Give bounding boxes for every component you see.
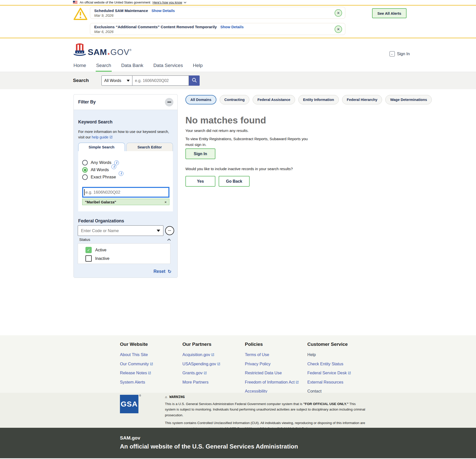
keyword-tabs: Simple Search Search Editor — [78, 143, 173, 151]
external-link-icon — [204, 371, 207, 375]
nav-item-help[interactable]: Help — [192, 63, 203, 72]
domain-tab-federal-assistance[interactable]: Federal Assistance — [253, 95, 295, 104]
minus-icon — [167, 102, 171, 102]
us-flag-icon — [73, 1, 77, 4]
footer-heading: Our Website — [120, 342, 185, 347]
nav-item-home[interactable]: Home — [73, 63, 87, 72]
footer-link[interactable]: Help — [307, 352, 372, 357]
sign-in-button[interactable]: Sign In — [185, 148, 215, 159]
see-all-alerts-button[interactable]: See All Alerts — [372, 8, 407, 18]
filter-panel-header: Filter By — [74, 94, 177, 110]
keyword-search-heading: Keyword Search — [78, 119, 112, 125]
info-icon[interactable]: i — [111, 164, 116, 169]
info-icon[interactable]: i — [114, 160, 119, 165]
footer-link[interactable]: Freedom of Information Act — [245, 380, 310, 385]
global-search-input[interactable] — [132, 75, 189, 86]
domain-tab-federal-hierarchy[interactable]: Federal Hierarchy — [342, 95, 382, 104]
search-icon — [192, 77, 197, 84]
domain-tab-entity-information[interactable]: Entity Information — [298, 95, 339, 104]
nav-item-data-services[interactable]: Data Services — [153, 63, 183, 72]
header-sign-in[interactable]: ← Sign In — [390, 51, 410, 56]
no-matches-title: No matches found — [185, 115, 266, 126]
alert-title: Scheduled SAM Maintenance — [94, 8, 148, 13]
footer-column-policies: Policies Terms of Use Privacy Policy Res… — [245, 342, 310, 398]
tab-simple-search[interactable]: Simple Search — [78, 143, 125, 151]
domain-tab-all-domains[interactable]: All Domains — [185, 95, 216, 104]
warning-paragraph-1: This is a U.S. General Services Administ… — [165, 401, 366, 418]
alert-card: Exclusions “Additional Comments” Content… — [90, 23, 345, 35]
go-back-button[interactable]: Go Back — [219, 176, 250, 187]
warning-icon: ⚠ — [165, 395, 167, 399]
alert-date: Mar 9, 2026 — [94, 13, 332, 17]
radio-row-all-words: All Words i — [82, 167, 169, 173]
footer-link[interactable]: Restricted Data Use — [245, 371, 310, 375]
footer-link[interactable]: Grants.gov — [182, 371, 247, 375]
site-header: ★ ★ ★ SAM★GOV® ← Sign In Home Search Dat… — [0, 38, 476, 72]
all-words-radio[interactable] — [82, 167, 88, 173]
sam-gov-page: An official website of the United States… — [0, 0, 476, 459]
footer-link[interactable]: Check Entity Status — [307, 362, 372, 366]
close-alert-button[interactable]: × — [335, 25, 342, 33]
caret-down-icon — [157, 230, 160, 232]
star-icon: ★ — [107, 52, 110, 55]
show-details-link[interactable]: Show Details — [151, 8, 175, 13]
footer-link[interactable]: USASpending.gov — [182, 362, 247, 366]
footer-link[interactable]: Release Notes — [120, 371, 185, 375]
keyword-search-input[interactable] — [82, 187, 169, 198]
footer-link[interactable]: Terms of Use — [245, 352, 310, 357]
external-link-icon — [148, 371, 151, 375]
exact-phrase-radio[interactable] — [82, 174, 88, 180]
remove-chip-icon[interactable]: × — [164, 200, 167, 204]
main-nav: Home Search Data Bank Data Services Help — [73, 63, 203, 72]
external-link-icon — [109, 135, 113, 139]
footer-link[interactable]: Privacy Policy — [245, 362, 310, 366]
footer-link[interactable]: Acquisition.gov — [182, 352, 247, 357]
search-mode-select[interactable]: All Words — [101, 75, 132, 86]
status-option-inactive: Inactive — [85, 255, 170, 262]
reset-filters[interactable]: Reset ↻ — [153, 269, 171, 274]
inactive-checkbox[interactable] — [85, 255, 92, 262]
nav-item-data-bank[interactable]: Data Bank — [121, 63, 144, 72]
tab-search-editor[interactable]: Search Editor — [126, 143, 173, 151]
gov-banner: An official website of the United States… — [0, 0, 476, 5]
active-checkbox[interactable]: ✓ — [85, 247, 92, 253]
caret-down-icon — [127, 80, 130, 82]
close-alert-button[interactable]: × — [335, 9, 342, 17]
heres-how-you-know-link[interactable]: Here's how you know — [153, 1, 182, 4]
keyword-help-text: For more information on how to use our k… — [78, 129, 173, 140]
logo-text: SAM★GOV® — [88, 48, 131, 58]
status-section-header[interactable]: Status — [79, 237, 171, 242]
svg-text:★: ★ — [79, 51, 81, 53]
footer-link[interactable]: Our Community — [120, 362, 185, 366]
footer-link[interactable]: About This Site — [120, 352, 185, 357]
identifier-footer: SAM.gov An official website of the U.S. … — [0, 428, 476, 458]
footer-heading: Policies — [245, 342, 310, 347]
show-details-link[interactable]: Show Details — [220, 25, 244, 29]
footer-link[interactable]: More Partners — [182, 380, 247, 385]
sam-gov-logo[interactable]: ★ ★ ★ SAM★GOV® — [73, 43, 131, 58]
collapse-filters-button[interactable] — [165, 98, 173, 106]
domain-tab-wage-determinations[interactable]: Wage Determinations — [385, 95, 432, 104]
search-submit-button[interactable] — [189, 75, 200, 86]
nav-item-search[interactable]: Search — [96, 63, 112, 72]
domain-tab-contracting[interactable]: Contracting — [220, 95, 249, 104]
any-words-radio[interactable] — [82, 160, 88, 165]
info-icon[interactable]: i — [119, 171, 123, 176]
sign-in-icon: ← — [390, 51, 395, 56]
federal-org-select[interactable]: Enter Code or Name — [78, 225, 163, 236]
org-browse-button[interactable]: ••• — [165, 226, 174, 235]
yes-button[interactable]: Yes — [185, 176, 215, 187]
reset-label: Reset — [153, 269, 165, 274]
federal-org-placeholder: Enter Code or Name — [81, 228, 119, 233]
search-mode-value: All Words — [104, 78, 121, 83]
footer-link[interactable]: Federal Service Desk — [307, 371, 372, 375]
inactive-records-question: Would you like to include inactive recor… — [185, 167, 293, 171]
filter-panel: Filter By Keyword Search For more inform… — [73, 94, 178, 278]
gov-banner-text: An official website of the United States… — [80, 1, 150, 4]
help-guide-link[interactable]: help guide — [92, 135, 108, 139]
footer-link[interactable]: System Alerts — [120, 380, 185, 385]
keyword-chip-label: "Maribel Galarza" — [85, 200, 116, 204]
status-options: ✓ Active Inactive — [78, 243, 170, 264]
identifier-official-text: An official website of the U.S. General … — [120, 443, 476, 450]
footer-link[interactable]: External Resources — [307, 380, 372, 385]
